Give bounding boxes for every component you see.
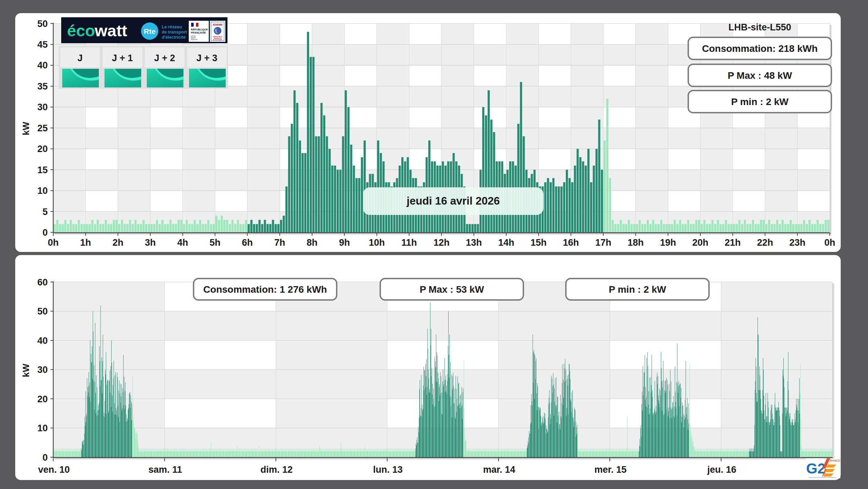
svg-text:1h: 1h	[80, 237, 91, 248]
svg-text:AGENCE DE LA: AGENCE DE LA	[213, 36, 223, 37]
svg-text:17h: 17h	[595, 237, 612, 248]
svg-text:11h: 11h	[401, 237, 417, 248]
svg-text:10h: 10h	[369, 237, 385, 248]
svg-text:20: 20	[37, 144, 48, 154]
svg-text:de transport: de transport	[162, 30, 187, 35]
svg-text:mar. 14: mar. 14	[483, 464, 515, 475]
svg-text:0: 0	[43, 227, 48, 238]
svg-text:30: 30	[37, 365, 48, 375]
svg-text:19h: 19h	[660, 237, 676, 248]
svg-text:40: 40	[37, 336, 48, 346]
svg-text:jeu. 16: jeu. 16	[707, 464, 736, 475]
svg-text:RÉPUBLIQUE: RÉPUBLIQUE	[191, 28, 208, 31]
svg-text:dim. 12: dim. 12	[260, 464, 292, 475]
svg-text:mer. 15: mer. 15	[594, 464, 626, 475]
svg-text:P Max : 48 kW: P Max : 48 kW	[728, 70, 792, 81]
svg-text:50: 50	[37, 306, 48, 317]
svg-text:23h: 23h	[790, 237, 806, 248]
svg-text:21h: 21h	[725, 237, 741, 248]
svg-text:TRANSITION: TRANSITION	[214, 38, 222, 39]
svg-text:lun. 13: lun. 13	[373, 464, 403, 475]
svg-text:25: 25	[37, 123, 48, 133]
svg-text:7h: 7h	[274, 237, 285, 248]
svg-text:50: 50	[37, 19, 48, 29]
svg-text:Fraternité: Fraternité	[191, 39, 198, 40]
svg-text:8h: 8h	[307, 237, 318, 248]
svg-text:ADEME: ADEME	[213, 23, 223, 26]
svg-text:5h: 5h	[209, 237, 221, 248]
svg-text:3h: 3h	[145, 237, 156, 248]
svg-text:10: 10	[37, 186, 48, 196]
svg-text:J: J	[77, 53, 83, 63]
svg-text:éco: éco	[67, 21, 95, 40]
svg-text:Rte: Rte	[144, 27, 156, 35]
svg-text:P min : 2 kW: P min : 2 kW	[609, 284, 666, 295]
svg-text:35: 35	[37, 81, 48, 92]
svg-text:15: 15	[37, 165, 48, 175]
svg-text:P min : 2 kW: P min : 2 kW	[731, 96, 789, 107]
svg-text:0h: 0h	[824, 237, 836, 248]
svg-text:sam. 11: sam. 11	[148, 464, 182, 475]
svg-text:45: 45	[37, 39, 48, 50]
svg-text:ÉCOLOGIQUE: ÉCOLOGIQUE	[213, 39, 222, 40]
svg-text:0: 0	[43, 452, 48, 463]
svg-text:16h: 16h	[563, 237, 579, 248]
svg-text:30: 30	[37, 102, 48, 112]
svg-text:2h: 2h	[112, 237, 123, 248]
svg-text:0h: 0h	[48, 237, 59, 248]
svg-text:15h: 15h	[531, 237, 547, 248]
svg-text:20: 20	[37, 394, 48, 404]
svg-text:Consommation: 218 kWh: Consommation: 218 kWh	[702, 43, 818, 54]
svg-text:Consommation: 1 276 kWh: Consommation: 1 276 kWh	[203, 284, 327, 295]
svg-text:LHB-site-L550: LHB-site-L550	[728, 22, 791, 32]
svg-text:Optimisation des ressources én: Optimisation des ressources énergétiques	[809, 477, 836, 478]
svg-text:60: 60	[37, 277, 48, 288]
svg-text:22h: 22h	[757, 237, 773, 248]
svg-text:14h: 14h	[498, 237, 514, 248]
svg-text:10: 10	[37, 423, 48, 433]
svg-text:5: 5	[43, 207, 48, 217]
svg-text:9h: 9h	[339, 237, 350, 248]
svg-text:kW: kW	[21, 364, 31, 377]
svg-text:4h: 4h	[177, 237, 188, 248]
svg-text:J + 2: J + 2	[154, 53, 175, 63]
svg-text:20h: 20h	[692, 237, 709, 248]
svg-text:FRANCE: FRANCE	[828, 459, 840, 462]
svg-text:watt: watt	[94, 21, 127, 40]
svg-text:ven. 10: ven. 10	[38, 464, 70, 475]
svg-text:13h: 13h	[466, 237, 482, 248]
svg-text:J + 3: J + 3	[196, 53, 217, 63]
svg-text:d'électricité: d'électricité	[162, 35, 186, 40]
svg-text:FRANÇAISE: FRANÇAISE	[191, 31, 206, 34]
svg-text:P Max : 53 kW: P Max : 53 kW	[420, 284, 484, 295]
svg-text:kW: kW	[21, 122, 31, 135]
svg-text:18h: 18h	[628, 237, 644, 248]
svg-text:40: 40	[37, 60, 48, 70]
svg-text:6h: 6h	[242, 237, 253, 248]
svg-text:Le réseau: Le réseau	[162, 25, 182, 29]
svg-text:J + 1: J + 1	[112, 53, 133, 63]
svg-text:jeudi 16 avril 2026: jeudi 16 avril 2026	[406, 195, 500, 207]
svg-text:12h: 12h	[433, 237, 450, 248]
